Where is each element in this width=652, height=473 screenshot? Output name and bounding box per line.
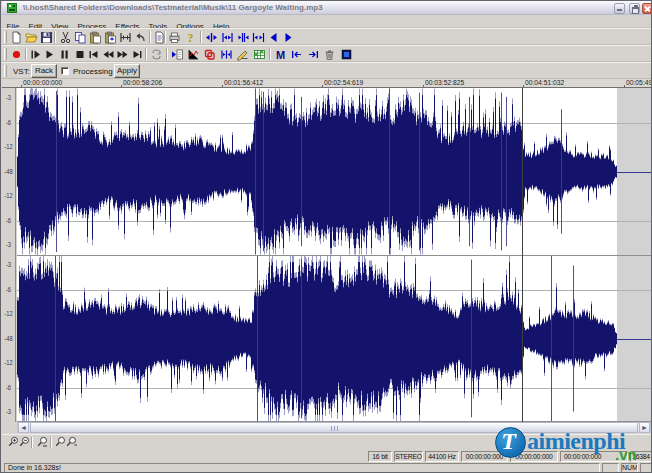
vst-apply-button[interactable]: Apply	[114, 64, 140, 78]
zoom-out-h-button[interactable]	[236, 30, 251, 45]
restore-button[interactable]	[629, 3, 640, 14]
toolbar-gripper[interactable]	[4, 65, 7, 77]
marker-button[interactable]: M	[273, 47, 288, 62]
waveform-display[interactable]	[17, 88, 651, 422]
zoom-selection-h-button[interactable]	[204, 30, 219, 45]
undo-button[interactable]	[133, 30, 148, 45]
prev-marker-button[interactable]	[289, 47, 304, 62]
ruler-timestamp: 00:00:00:000	[23, 79, 62, 86]
go-start-button[interactable]	[266, 30, 281, 45]
cut-icon	[59, 31, 72, 44]
toolbar-gripper[interactable]	[4, 31, 7, 43]
pause-button[interactable]	[57, 47, 72, 62]
marker-list-button[interactable]	[339, 47, 354, 62]
delete-marker-button[interactable]	[322, 47, 337, 62]
zoom-selection-button[interactable]	[36, 437, 48, 450]
stop-button[interactable]	[72, 47, 87, 62]
time-selection-start-field: 00:00:00:000	[510, 451, 558, 462]
svg-text:?: ?	[188, 31, 194, 44]
zoom-out-button[interactable]	[18, 437, 30, 450]
copy-button[interactable]	[73, 30, 88, 45]
vst-label: VST:	[13, 65, 30, 78]
zoom-vertical-button[interactable]	[65, 437, 77, 450]
time-ruler[interactable]: 00:00:00:00000:00:58:20600:01:56:41200:0…	[2, 79, 651, 88]
horizontal-scrollbar: ◄ ►	[2, 422, 651, 434]
spectrum-button[interactable]	[252, 47, 267, 62]
paste-insert-button[interactable]	[103, 30, 118, 45]
vst-processing-checkbox[interactable]	[61, 67, 69, 75]
db-label: -6	[3, 119, 15, 126]
go-end-button[interactable]	[281, 30, 296, 45]
resample-button[interactable]	[219, 47, 234, 62]
play-button[interactable]	[42, 47, 57, 62]
transport-toolbar: M	[2, 45, 651, 62]
db-label: -12	[3, 192, 15, 199]
status-message: Done in 16.328s!	[4, 463, 600, 473]
app-icon	[6, 2, 18, 14]
toolbar-separator	[25, 48, 27, 60]
toolbar-separator	[269, 48, 271, 60]
sample-rate-field: 44100 Hz	[425, 451, 459, 462]
rewind-button[interactable]	[101, 47, 116, 62]
minimize-button[interactable]	[614, 3, 625, 14]
statistics-button[interactable]	[186, 47, 201, 62]
loop-button[interactable]	[149, 47, 164, 62]
ruler-timestamp: 00:02:54:619	[324, 79, 363, 86]
next-marker-button[interactable]	[306, 47, 321, 62]
db-label: -48	[3, 168, 15, 175]
db-label: -3	[3, 261, 15, 268]
marker-list-icon	[340, 48, 353, 61]
rewind-start-button[interactable]	[86, 47, 101, 62]
open-button[interactable]	[24, 30, 39, 45]
trim-button[interactable]	[118, 30, 133, 45]
delete-marker-icon	[323, 48, 336, 61]
save-button[interactable]	[39, 30, 54, 45]
db-label: -6	[3, 286, 15, 293]
forward-end-button[interactable]	[130, 47, 145, 62]
cut-button[interactable]	[58, 30, 73, 45]
next-marker-icon	[307, 48, 320, 61]
ruler-timestamp: 00:00:58:206	[123, 79, 162, 86]
zoom-in-h-icon	[221, 31, 234, 44]
menu-bar: FileEditViewProcessEffectsToolsOptionsHe…	[2, 15, 651, 28]
toolbar-gripper[interactable]	[4, 48, 7, 60]
pencil-edit-button[interactable]	[235, 47, 250, 62]
forward-end-icon	[131, 48, 144, 61]
record-button[interactable]	[9, 47, 24, 62]
help-button[interactable]: ?	[183, 30, 198, 45]
ruler-tick	[322, 85, 323, 87]
scroll-left-button[interactable]: ◄	[18, 422, 29, 433]
print-icon	[168, 31, 181, 44]
record-icon	[10, 48, 23, 61]
window-title: \\.host\Shared Folders\Downloads\Testmat…	[23, 2, 323, 14]
zoom-in-h-button[interactable]	[220, 30, 235, 45]
play-from-cursor-button[interactable]	[28, 47, 43, 62]
close-button[interactable]	[642, 3, 652, 14]
pause-icon	[58, 48, 71, 61]
insert-play-icon	[171, 48, 184, 61]
print-button[interactable]	[167, 30, 182, 45]
toolbar-separator	[164, 31, 166, 43]
paste-button[interactable]	[88, 30, 103, 45]
rewind-start-icon	[87, 48, 100, 61]
vst-rack-button[interactable]: Rack	[31, 64, 57, 78]
ruler-tick	[624, 85, 625, 87]
scroll-right-button[interactable]: ►	[639, 422, 650, 433]
pencil-edit-icon	[236, 48, 249, 61]
ruler-tick	[523, 85, 524, 87]
title-bar: \\.host\Shared Folders\Downloads\Testmat…	[2, 1, 651, 15]
insert-play-button[interactable]	[170, 47, 185, 62]
zoom-all-h-button[interactable]	[251, 30, 266, 45]
svg-text:M: M	[276, 49, 285, 61]
swap-channels-button[interactable]	[202, 47, 217, 62]
scrollbar-thumb[interactable]	[30, 422, 638, 433]
toolbar-separator	[149, 31, 151, 43]
db-scale: -3-6-12-48-12-6-3-3-6-12-48-12-6-3	[2, 88, 16, 422]
undo-icon	[134, 31, 147, 44]
marker-icon: M	[274, 48, 287, 61]
db-label: -12	[3, 359, 15, 366]
forward-button[interactable]	[115, 47, 130, 62]
new-button[interactable]	[9, 30, 24, 45]
db-label: -6	[3, 384, 15, 391]
toolbar-separator	[145, 48, 147, 60]
